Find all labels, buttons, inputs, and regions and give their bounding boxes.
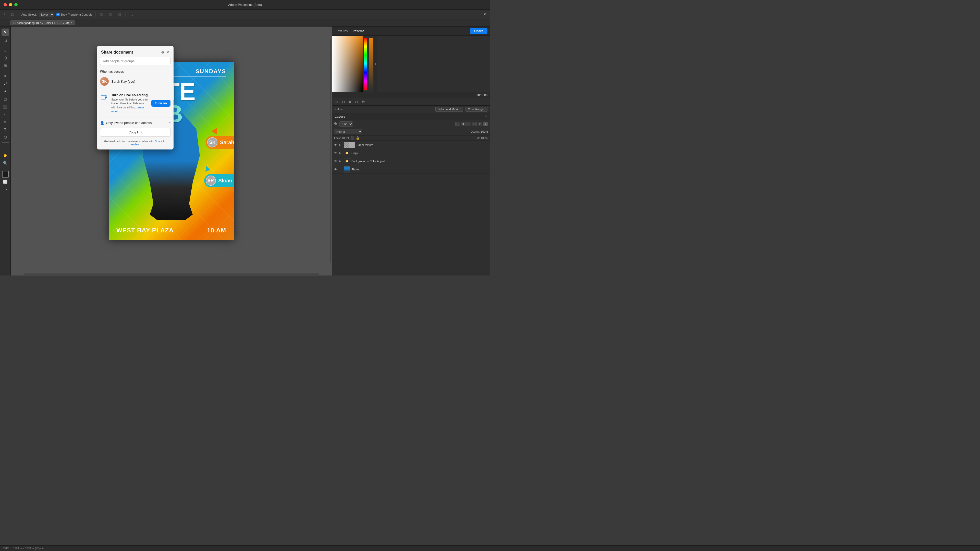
layer-visibility-copy[interactable]: 👁 <box>334 151 338 155</box>
artboard-tool[interactable]: ⬚ <box>2 36 9 43</box>
color-panel-expand[interactable]: ▶ <box>374 36 377 92</box>
layer-visibility-paper[interactable]: 👁 <box>334 143 338 147</box>
zoom-tool[interactable]: 🔍 <box>2 159 9 167</box>
close-button[interactable] <box>3 3 7 6</box>
canvas-icon-5[interactable]: 🗑 <box>361 99 366 104</box>
access-icon: 👤 <box>100 121 104 125</box>
share-add-input[interactable] <box>100 57 170 65</box>
fill-group: Fill: 100% <box>476 137 488 140</box>
shape-tool[interactable]: □ <box>2 144 9 151</box>
refine-bar: Refine: Select and Mask... Color Range . <box>332 106 490 113</box>
foreground-color[interactable] <box>2 171 9 178</box>
filter-adjust-btn[interactable]: ◑ <box>461 122 466 126</box>
transform-controls-checkbox[interactable] <box>56 13 60 16</box>
hand-tool[interactable]: ✋ <box>2 152 9 159</box>
select-tool[interactable]: ⬡ <box>2 54 9 62</box>
minimize-button[interactable] <box>9 3 12 6</box>
pen-tool[interactable]: ✏ <box>2 118 9 125</box>
document-tab[interactable]: poster.psdc @ 100% (Color Fill 1, RGB/8#… <box>10 21 75 25</box>
canvas-icon-4[interactable]: ⊡ <box>354 99 359 104</box>
screen-mode-btn[interactable]: ▭ <box>2 186 9 193</box>
canvas-icon-3[interactable]: ⊠ <box>347 99 352 104</box>
tool-separator-1 <box>2 45 9 45</box>
share-header-btn[interactable]: Share <box>470 28 487 34</box>
canvas-scrollbar-horizontal[interactable] <box>24 273 319 275</box>
layer-row-photo[interactable]: 👁 Photo <box>332 165 490 173</box>
move-tool[interactable]: ↖ <box>2 29 9 36</box>
layer-visibility-photo[interactable]: 👁 <box>334 167 338 171</box>
crop-tool[interactable]: ⊞ <box>2 62 9 69</box>
canvas-icon-2[interactable]: ⊟ <box>341 99 346 104</box>
eyedropper-tool[interactable]: ✒ <box>2 73 9 79</box>
filter-pixel-btn[interactable]: ⬛ <box>455 122 460 126</box>
color-alpha-slider[interactable] <box>369 38 373 90</box>
filter-text-btn[interactable]: T <box>466 122 471 126</box>
share-close-btn[interactable]: ✕ <box>166 50 169 54</box>
tab-textures[interactable]: Textures <box>334 28 349 34</box>
align-left-btn[interactable]: ⬛ <box>99 12 105 17</box>
layer-expand-copy[interactable]: ▶ <box>339 151 342 154</box>
collab-badge-sarah: SK Sarah Kay <box>206 136 234 149</box>
copy-link-btn[interactable]: Copy link <box>100 128 170 137</box>
sarah-name: Sarah Kay <box>220 140 234 145</box>
share-settings-btn[interactable]: ⚙ <box>161 50 164 54</box>
color-hue-slider[interactable] <box>364 38 367 90</box>
libraries-bar: Libraries <box>332 92 490 98</box>
brush-tool[interactable]: 🖌 <box>2 80 9 87</box>
layer-row-copy[interactable]: 👁 ▶ 📁 Copy <box>332 149 490 157</box>
auto-select-dropdown[interactable]: Layer Group <box>39 12 54 17</box>
lock-all-icon[interactable]: 🔒 <box>356 136 360 140</box>
color-range-btn[interactable]: Color Range . <box>466 106 487 112</box>
layer-expand-bg[interactable]: ▶ <box>339 160 342 162</box>
color-gradient-box[interactable] <box>332 36 363 92</box>
fill-label: Fill: <box>476 137 480 140</box>
more-options-btn[interactable]: … <box>129 12 135 17</box>
tab-patterns[interactable]: Patterns <box>351 28 366 34</box>
eraser-tool[interactable]: ◻ <box>2 95 9 103</box>
quick-mask-tool[interactable]: ⬜ <box>2 178 9 185</box>
blend-mode-select[interactable]: Normal <box>334 129 362 134</box>
collab-badge-sloan: SR Sloan R <box>204 174 234 187</box>
canvas-scrollbar-vertical[interactable] <box>330 39 331 263</box>
clone-tool[interactable]: ✦ <box>2 88 9 95</box>
share-panel-header: Share document ⚙ ✕ <box>97 46 173 57</box>
tab-icon <box>13 22 16 24</box>
align-right-btn[interactable]: ⬛ <box>116 12 123 17</box>
move-tool-btn[interactable]: ↖ <box>2 12 7 17</box>
path-select-tool[interactable]: ⬡ <box>2 134 9 141</box>
layers-close-btn[interactable]: ✕ <box>485 115 487 118</box>
share-access-row[interactable]: 👤 Only invited people can access ▾ <box>97 119 173 127</box>
layer-name-copy: Copy <box>352 151 488 155</box>
dodge-tool[interactable]: ○ <box>2 111 9 118</box>
turn-on-btn[interactable]: Turn on <box>151 100 170 106</box>
fullscreen-button[interactable] <box>14 3 18 6</box>
layers-header: Layers ✕ <box>332 113 490 120</box>
canvas-icon-1[interactable]: ⊞ <box>334 99 339 104</box>
text-tool[interactable]: T <box>2 126 9 133</box>
layer-visibility-bg[interactable]: 👁 <box>334 159 338 163</box>
layer-row-paper[interactable]: 👁 ▶ Paper texture <box>332 141 490 149</box>
layers-filter-row: 🔍 Kind ⬛ ◑ T □ ◻ ● <box>332 120 490 128</box>
layer-row-bg[interactable]: 👁 ▶ 📁 Background + Color Adjust <box>332 157 490 165</box>
layers-kind-select[interactable]: Kind <box>339 121 353 127</box>
filter-smartobj-btn[interactable]: ◻ <box>478 122 482 126</box>
gradient-tool[interactable]: ⬛ <box>2 103 9 110</box>
filter-toggle-btn[interactable]: ● <box>484 122 488 126</box>
lock-position-icon[interactable]: ⊞ <box>342 136 345 140</box>
lasso-tool[interactable]: ⌕ <box>2 47 9 54</box>
layers-props-row: Normal Opacity: 100% <box>332 128 490 135</box>
lock-artboard-icon[interactable]: ◻ <box>346 136 349 140</box>
share-user-avatar: SK <box>100 77 109 86</box>
auto-select-label: Auto-Select: <box>21 13 37 16</box>
align-center-btn[interactable]: ⬛ <box>107 12 114 17</box>
canvas-area[interactable]: LINCOLN PARK SUNDAYS SKATE CLUB SK Sarah… <box>11 27 332 275</box>
live-coedit-title: Turn on Live co-editing <box>111 93 148 97</box>
select-mask-btn[interactable]: Select and Mask... <box>435 106 463 112</box>
lock-pixel-icon[interactable]: ⬛ <box>350 136 354 140</box>
layer-expand-paper[interactable]: ▶ <box>339 143 342 146</box>
poster-venue: WEST BAY PLAZA <box>116 227 174 234</box>
layer-name-paper: Paper texture <box>356 143 488 146</box>
settings-btn[interactable]: ⚙ <box>482 12 488 17</box>
marquee-tool-btn[interactable]: ⬚ <box>10 12 15 17</box>
filter-shape-btn[interactable]: □ <box>472 122 477 126</box>
